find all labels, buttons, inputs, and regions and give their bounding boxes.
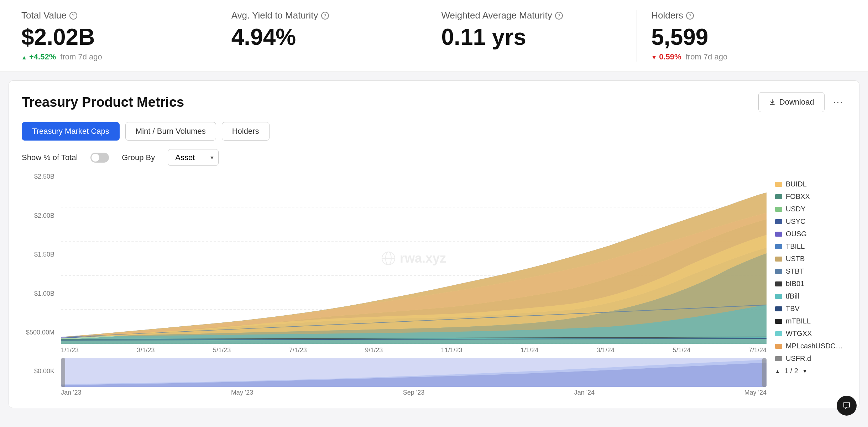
legend-swatch-TBILL — [775, 244, 782, 249]
chart-section: Treasury Product Metrics Download ··· Tr… — [9, 80, 859, 408]
y-label-200: $2.00B — [22, 212, 54, 220]
holders-info-icon[interactable]: ? — [686, 12, 694, 20]
x-label-6: 1/1/24 — [521, 347, 538, 354]
legend-item-usfr-d: USFR.d — [775, 354, 846, 363]
legend-label-BUIDL: BUIDL — [786, 180, 807, 188]
legend-swatch-bIB01 — [775, 281, 782, 286]
mini-chart[interactable] — [61, 358, 767, 387]
legend-swatch-USTB — [775, 257, 782, 262]
mini-chart-svg — [61, 358, 767, 387]
y-label-150: $1.50B — [22, 251, 54, 258]
chat-button[interactable] — [837, 396, 857, 416]
legend-label-USDY: USDY — [786, 205, 806, 213]
show-pct-toggle[interactable] — [90, 153, 109, 163]
legend-item-mtbill: mTBILL — [775, 317, 846, 325]
legend-page-indicator: 1 / 2 — [784, 367, 798, 375]
x-label-7: 3/1/24 — [597, 347, 615, 354]
more-options-button[interactable]: ··· — [830, 94, 846, 111]
legend-item-usdy: USDY — [775, 205, 846, 213]
legend-label-TBILL: TBILL — [786, 242, 805, 251]
legend-item-wtgxx: WTGXX — [775, 330, 846, 338]
download-icon — [769, 99, 776, 106]
legend-label-tfBill: tfBill — [786, 292, 799, 300]
metric-avg-yield-label: Avg. Yield to Maturity ? — [231, 10, 413, 21]
y-label-100: $1.00B — [22, 290, 54, 297]
tab-treasury-market-caps[interactable]: Treasury Market Caps — [22, 122, 120, 141]
legend-swatch-MPLcashUSDC… — [775, 344, 782, 349]
tab-holders[interactable]: Holders — [222, 122, 270, 141]
y-label-500m: $500.00M — [22, 329, 54, 336]
x-axis: 1/1/23 3/1/23 5/1/23 7/1/23 9/1/23 11/1/… — [61, 344, 767, 354]
y-axis: $2.50B $2.00B $1.50B $1.00B $500.00M $0.… — [22, 173, 57, 375]
metric-weighted-maturity-label: Weighted Average Maturity ? — [441, 10, 623, 21]
legend-item-tfbill: tfBill — [775, 292, 846, 300]
legend-label-WTGXX: WTGXX — [786, 330, 812, 338]
legend-swatch-tfBill — [775, 294, 782, 299]
legend-item-ousg: OUSG — [775, 230, 846, 238]
legend-label-FOBXX: FOBXX — [786, 193, 810, 201]
show-pct-label: Show % of Total — [22, 153, 78, 162]
tab-mint-burn-volumes[interactable]: Mint / Burn Volumes — [125, 122, 216, 141]
metric-total-value-label: Total Value ? — [21, 10, 203, 21]
weighted-maturity-info-icon[interactable]: ? — [555, 12, 563, 20]
chart-controls: Show % of Total Group By Asset Protocol … — [22, 149, 846, 166]
legend-label-STBT: STBT — [786, 267, 804, 275]
x-label-1: 3/1/23 — [137, 347, 155, 354]
legend-swatch-BUIDL — [775, 182, 782, 187]
legend-swatch-mTBILL — [775, 319, 782, 324]
x-label-8: 5/1/24 — [673, 347, 690, 354]
weighted-maturity-value: 0.11 yrs — [441, 25, 623, 49]
chat-icon — [842, 401, 851, 410]
chart-tabs: Treasury Market Caps Mint / Burn Volumes… — [22, 122, 846, 141]
legend-swatch-USDY — [775, 207, 782, 212]
legend-swatch-USYC — [775, 219, 782, 224]
group-by-label: Group By — [122, 153, 155, 162]
chart-svg — [61, 173, 767, 344]
x-label-9: 7/1/24 — [749, 347, 767, 354]
legend-item-fobxx: FOBXX — [775, 193, 846, 201]
legend-label-USTB: USTB — [786, 255, 805, 263]
legend-item-bib01: bIB01 — [775, 280, 846, 288]
legend-swatch-TBV — [775, 306, 782, 311]
avg-yield-value: 4.94% — [231, 25, 413, 49]
legend-swatch-OUSG — [775, 232, 782, 237]
legend-item-mplcashusdc-: MPLcashUSDC… — [775, 342, 846, 350]
chart-area: $2.50B $2.00B $1.50B $1.00B $500.00M $0.… — [22, 173, 846, 396]
total-value-amount: $2.02B — [21, 25, 203, 49]
mini-x-label-2: Sep '23 — [403, 389, 425, 396]
x-label-3: 7/1/23 — [289, 347, 307, 354]
chart-header: Treasury Product Metrics Download ··· — [22, 92, 846, 112]
legend-next-arrow[interactable]: ▼ — [802, 368, 807, 374]
y-label-0: $0.00K — [22, 368, 54, 375]
mini-chart-handle-left[interactable] — [61, 358, 65, 387]
legend-item-tbv: TBV — [775, 305, 846, 313]
x-label-5: 11/1/23 — [441, 347, 462, 354]
x-label-2: 5/1/23 — [213, 347, 231, 354]
legend-item-usyc: USYC — [775, 217, 846, 226]
total-value-info-icon[interactable]: ? — [69, 12, 77, 20]
download-button[interactable]: Download — [758, 92, 825, 112]
metric-holders-label: Holders ? — [651, 10, 832, 21]
group-by-select-wrapper[interactable]: Asset Protocol Chain — [168, 149, 219, 166]
mini-chart-handle-right[interactable] — [762, 358, 767, 387]
holders-down-arrow — [651, 52, 657, 61]
legend-item-tbill: TBILL — [775, 242, 846, 251]
legend-label-TBV: TBV — [786, 305, 800, 313]
mini-x-axis: Jan '23 May '23 Sep '23 Jan '24 May '24 — [61, 387, 767, 396]
metric-holders: Holders ? 5,599 0.59% from 7d ago — [637, 10, 847, 62]
legend-label-USFR.d: USFR.d — [786, 354, 811, 363]
chart-title: Treasury Product Metrics — [22, 95, 184, 110]
avg-yield-info-icon[interactable]: ? — [321, 12, 329, 20]
legend-swatch-WTGXX — [775, 331, 782, 336]
legend-prev-arrow[interactable]: ▲ — [775, 368, 780, 374]
chart-main: $2.50B $2.00B $1.50B $1.00B $500.00M $0.… — [22, 173, 767, 396]
legend-swatch-FOBXX — [775, 194, 782, 199]
legend-item-ustb: USTB — [775, 255, 846, 263]
y-label-250: $2.50B — [22, 173, 54, 180]
legend-pagination: ▲ 1 / 2 ▼ — [775, 367, 846, 375]
legend-label-bIB01: bIB01 — [786, 280, 804, 288]
group-by-select[interactable]: Asset Protocol Chain — [168, 149, 219, 166]
mini-x-label-4: May '24 — [744, 389, 767, 396]
metric-total-value: Total Value ? $2.02B +4.52% from 7d ago — [21, 10, 217, 62]
legend-item-stbt: STBT — [775, 267, 846, 275]
